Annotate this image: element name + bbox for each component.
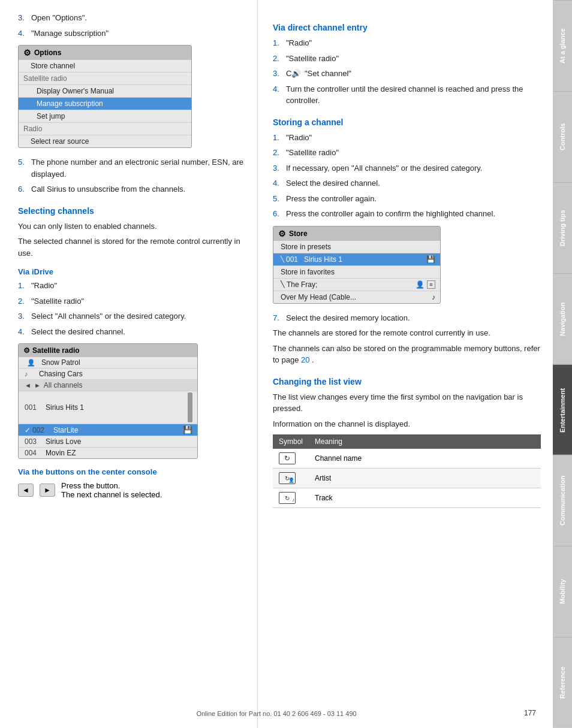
via-idrive-num1: 1. — [18, 280, 31, 292]
table-header-meaning: Meaning — [309, 434, 541, 449]
step-3: 3. Open "Options". — [18, 12, 245, 24]
storing-step2: 2. "Satellite radio" — [273, 147, 541, 159]
storing-text3: If necessary, open "All channels" or the… — [286, 162, 541, 174]
main-content: 3. Open "Options". 4. "Manage subscripti… — [0, 0, 553, 728]
sat-menu-icon: ⚙ — [23, 346, 30, 355]
via-idrive-num3: 3. — [18, 310, 31, 322]
step-text-3: Open "Options". — [31, 12, 245, 24]
nav-arrow-left: ◄ — [25, 382, 31, 389]
store-fray-row: ╲ The Fray; 👤 ≡ — [273, 279, 440, 291]
table-header-symbol: Symbol — [273, 434, 309, 449]
meaning-artist: Artist — [309, 469, 541, 488]
sidebar-tab-navigation[interactable]: Navigation — [553, 273, 572, 364]
menu-item-manage-sub[interactable]: Manage subscription — [19, 98, 191, 110]
menu-item-select-rear[interactable]: Select rear source — [19, 135, 191, 147]
checkmark-icon: ✓ — [25, 426, 31, 434]
sidebar-tab-driving-tips[interactable]: Driving tips — [553, 182, 572, 273]
menu-item-satellite-radio[interactable]: Satellite radio — [19, 73, 191, 85]
store-in-favorites-row: Store in favorites — [273, 266, 440, 279]
scroll-box-fray: ≡ — [427, 280, 435, 289]
sat-radio-menu-box: ⚙ Satellite radio 👤 Snow Patrol ♪ Chasin… — [18, 343, 198, 459]
prev-button[interactable]: ◄ — [18, 484, 34, 497]
direct-num4: 4. — [273, 83, 286, 107]
sat-entry-snow-patrol: 👤 Snow Patrol — [19, 357, 197, 368]
store-in-presets-row: Store in presets — [273, 241, 440, 253]
sidebar-tab-reference[interactable]: Reference — [553, 637, 572, 728]
options-menu-icon: ⚙ — [23, 48, 31, 58]
storing-text2: "Satellite radio" — [286, 147, 541, 159]
via-idrive-num4: 4. — [18, 326, 31, 338]
store-menu-title: Store — [289, 229, 308, 238]
nav-arrow-right: ► — [34, 382, 41, 389]
storing-num5: 5. — [273, 193, 286, 205]
floppy-icon-002: 💾 — [183, 425, 192, 434]
symbol-cell-artist: ↻👤 — [273, 469, 309, 488]
sidebar-tab-mobility[interactable]: Mobility — [553, 546, 572, 637]
sidebar-tab-communication[interactable]: Communication — [553, 455, 572, 546]
storing-num4: 4. — [273, 177, 286, 189]
direct-step1: 1. "Radio" — [273, 37, 541, 49]
step-5: 5. The phone number and an electronic se… — [18, 156, 245, 180]
sat-entry-001: 001 Sirius Hits 1 — [19, 391, 197, 424]
sat-num-002: 002 — [32, 426, 53, 434]
page-ref-link[interactable]: 20 — [301, 355, 309, 364]
store-name-overmyhead: Over My Head (Cable... — [281, 293, 432, 301]
store-menu-title-bar: ⚙ Store — [273, 226, 440, 241]
sat-name-snow: Snow Patrol — [41, 358, 192, 367]
storing-num6: 6. — [273, 208, 286, 220]
direct-num3: 3. — [273, 68, 286, 80]
stored-body2: The channels can also be stored on the p… — [273, 343, 541, 366]
via-idrive-step3: 3. Select "All channels" or the desired … — [18, 310, 245, 322]
via-idrive-text3: Select "All channels" or the desired cat… — [31, 310, 245, 322]
direct-num2: 2. — [273, 53, 286, 65]
via-idrive-num2: 2. — [18, 295, 31, 307]
via-idrive-text2: "Satellite radio" — [31, 295, 245, 307]
direct-step4: 4. Turn the controller until the desired… — [273, 83, 541, 107]
via-buttons-heading: Via the buttons on the center console — [18, 467, 245, 476]
sat-name-003: Sirius Love — [46, 437, 192, 446]
step-4: 4. "Manage subscription" — [18, 28, 245, 40]
step7: 7. Select the desired memory location. — [273, 312, 541, 324]
sidebar-tab-at-a-glance[interactable]: At a glance — [553, 0, 572, 91]
stored-body2-end: . — [312, 355, 314, 364]
menu-item-set-jump[interactable]: Set jump — [19, 110, 191, 123]
music-icon-chasing: ♪ — [25, 370, 37, 377]
menu-item-display-owners[interactable]: Display Owner's Manual — [19, 85, 191, 98]
storing-step5: 5. Press the controller again. — [273, 193, 541, 205]
store-in-presets-label: Store in presets — [281, 243, 331, 251]
table-row-channel: ↻ Channel name — [273, 449, 541, 469]
store-name-fray: The Fray; — [287, 280, 416, 289]
footer-online-text: Online Edition for Part no. 01 40 2 606 … — [196, 710, 356, 717]
options-menu-title: Options — [34, 49, 61, 57]
via-idrive-step1: 1. "Radio" — [18, 280, 245, 292]
sidebar-tab-controls[interactable]: Controls — [553, 91, 572, 182]
storing-num1: 1. — [273, 132, 286, 144]
left-column: 3. Open "Options". 4. "Manage subscripti… — [0, 0, 258, 728]
via-idrive-text4: Select the desired channel. — [31, 326, 245, 338]
step-num-6: 6. — [18, 183, 31, 195]
storing-text1: "Radio" — [286, 132, 541, 144]
sat-entry-chasing: ♪ Chasing Cars — [19, 368, 197, 380]
fray-arrow-icon: ╲ — [281, 280, 285, 288]
next-button[interactable]: ► — [40, 484, 55, 497]
sidebar-tab-entertainment[interactable]: Entertainment — [553, 364, 572, 455]
table-row-track: ↻♪ Track — [273, 488, 541, 508]
menu-item-store-channel[interactable]: Store channel — [19, 60, 191, 73]
set-channel-icon: C🔊 — [286, 69, 301, 78]
direct-num1: 1. — [273, 37, 286, 49]
person-icon-fray: 👤 — [416, 280, 425, 289]
sat-name-chasing: Chasing Cars — [39, 370, 192, 378]
symbol-cell-track: ↻♪ — [273, 488, 309, 508]
symbol-cell-channel: ↻ — [273, 449, 309, 469]
table-row-artist: ↻👤 Artist — [273, 469, 541, 488]
store-num-001: 001 — [286, 255, 304, 264]
sat-menu-title-bar: ⚙ Satellite radio — [19, 344, 197, 357]
button-row: ◄ ► Press the button. The next channel i… — [18, 481, 245, 499]
direct-step2: 2. "Satellite radio" — [273, 53, 541, 65]
direct-text2: "Satellite radio" — [286, 53, 541, 65]
via-idrive-heading: Via iDrive — [18, 267, 245, 276]
storing-step1: 1. "Radio" — [273, 132, 541, 144]
store-menu-box: ⚙ Store Store in presets ╲ 001 Sirius Hi… — [273, 226, 441, 304]
menu-item-radio[interactable]: Radio — [19, 123, 191, 135]
via-idrive-text1: "Radio" — [31, 280, 245, 292]
